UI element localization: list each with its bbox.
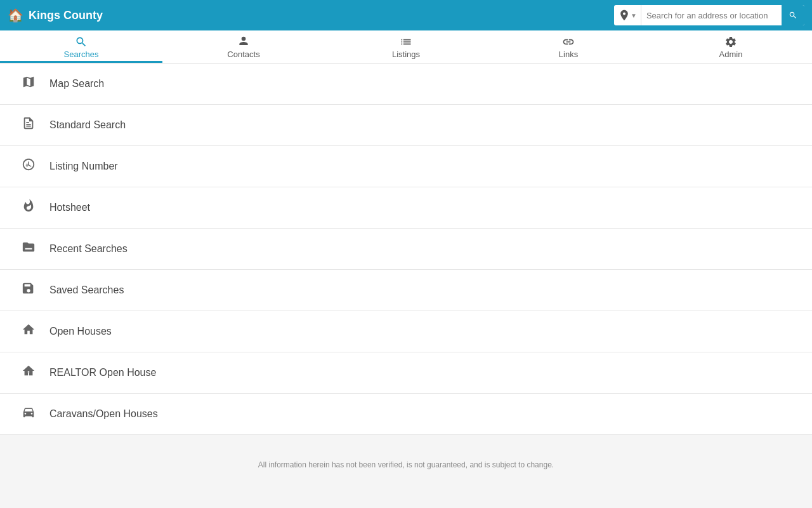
search-button[interactable] bbox=[782, 5, 804, 25]
nav-contacts-label: Contacts bbox=[227, 50, 259, 59]
nav-searches[interactable]: Searches bbox=[0, 30, 162, 63]
nav-contacts[interactable]: Contacts bbox=[162, 30, 325, 63]
nav-listings-label: Listings bbox=[392, 50, 420, 59]
open-houses-icon bbox=[19, 323, 38, 340]
menu-item-saved-searches[interactable]: Saved Searches bbox=[0, 270, 812, 311]
header: 🏠 Kings County ▼ bbox=[0, 0, 812, 30]
dropdown-arrow-icon: ▼ bbox=[631, 12, 637, 19]
realtor-open-house-icon bbox=[19, 364, 38, 382]
menu-item-hotsheet[interactable]: Hotsheet bbox=[0, 187, 812, 229]
menu-item-recent-searches-label: Recent Searches bbox=[49, 243, 128, 255]
menu-item-caravans-label: Caravans/Open Houses bbox=[49, 408, 158, 420]
search-input[interactable] bbox=[641, 5, 782, 25]
recent-searches-icon bbox=[19, 240, 38, 258]
nav-links[interactable]: Links bbox=[487, 30, 650, 63]
menu-item-map-search[interactable]: Map Search bbox=[0, 64, 812, 105]
menu-item-realtor-open-house[interactable]: REALTOR Open House bbox=[0, 352, 812, 394]
search-menu-list: Map Search Standard Search # Listing Num… bbox=[0, 64, 812, 435]
nav-admin[interactable]: Admin bbox=[650, 30, 812, 63]
menu-item-listing-number-label: Listing Number bbox=[49, 161, 118, 172]
home-icon: 🏠 bbox=[8, 8, 23, 23]
listing-number-icon: # bbox=[19, 157, 38, 175]
menu-item-saved-searches-label: Saved Searches bbox=[49, 284, 124, 296]
menu-item-caravans[interactable]: Caravans/Open Houses bbox=[0, 394, 812, 435]
nav-admin-label: Admin bbox=[719, 50, 743, 59]
menu-item-map-search-label: Map Search bbox=[49, 78, 104, 90]
app-title: Kings County bbox=[29, 9, 103, 22]
saved-searches-icon bbox=[19, 281, 38, 299]
standard-search-icon bbox=[19, 116, 38, 134]
map-search-icon bbox=[19, 75, 38, 93]
menu-item-open-houses[interactable]: Open Houses bbox=[0, 311, 812, 352]
caravans-icon bbox=[19, 405, 38, 423]
hotsheet-icon bbox=[19, 199, 38, 217]
app-logo[interactable]: 🏠 Kings County bbox=[8, 8, 103, 23]
footer-text: All information herein has not been veri… bbox=[258, 460, 554, 469]
location-icon: ▼ bbox=[614, 5, 641, 25]
menu-item-standard-search-label: Standard Search bbox=[49, 119, 126, 131]
menu-item-standard-search[interactable]: Standard Search bbox=[0, 105, 812, 146]
menu-item-recent-searches[interactable]: Recent Searches bbox=[0, 229, 812, 270]
main-nav: Searches Contacts Listings Links Admin bbox=[0, 30, 812, 64]
menu-item-hotsheet-label: Hotsheet bbox=[49, 202, 90, 213]
menu-item-realtor-open-house-label: REALTOR Open House bbox=[49, 367, 156, 378]
menu-item-open-houses-label: Open Houses bbox=[49, 326, 112, 337]
footer: All information herein has not been veri… bbox=[0, 441, 812, 488]
svg-text:#: # bbox=[25, 163, 29, 168]
nav-links-label: Links bbox=[559, 50, 578, 59]
nav-searches-label: Searches bbox=[64, 50, 99, 59]
address-search-bar[interactable]: ▼ bbox=[614, 5, 804, 25]
menu-item-listing-number[interactable]: # Listing Number bbox=[0, 146, 812, 187]
nav-listings[interactable]: Listings bbox=[325, 30, 487, 63]
